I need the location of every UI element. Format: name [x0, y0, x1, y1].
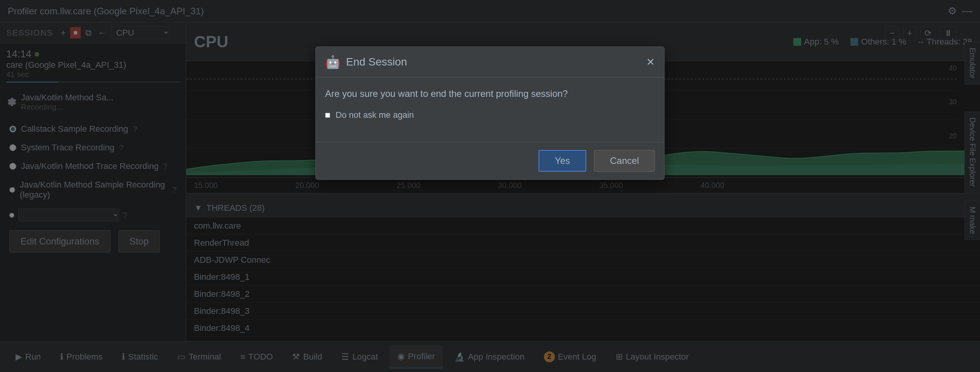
end-session-modal: 🤖 End Session ✕ Are you sure you want to… — [315, 46, 665, 180]
modal-title: End Session — [346, 56, 407, 68]
do-not-ask-checkbox[interactable] — [325, 113, 330, 118]
modal-checkbox-row: Do not ask me again — [325, 110, 655, 120]
modal-footer: Yes Cancel — [316, 142, 664, 179]
modal-overlay: 🤖 End Session ✕ Are you sure you want to… — [0, 0, 980, 372]
modal-close-button[interactable]: ✕ — [646, 56, 655, 68]
do-not-ask-label[interactable]: Do not ask me again — [336, 110, 414, 120]
cancel-button[interactable]: Cancel — [594, 150, 655, 172]
yes-button[interactable]: Yes — [538, 150, 586, 172]
android-icon: 🤖 — [325, 55, 341, 69]
modal-body: Are you sure you want to end the current… — [316, 78, 664, 142]
modal-message: Are you sure you want to end the current… — [325, 88, 655, 99]
modal-header: 🤖 End Session ✕ — [316, 47, 664, 78]
modal-title-row: 🤖 End Session — [325, 55, 407, 69]
